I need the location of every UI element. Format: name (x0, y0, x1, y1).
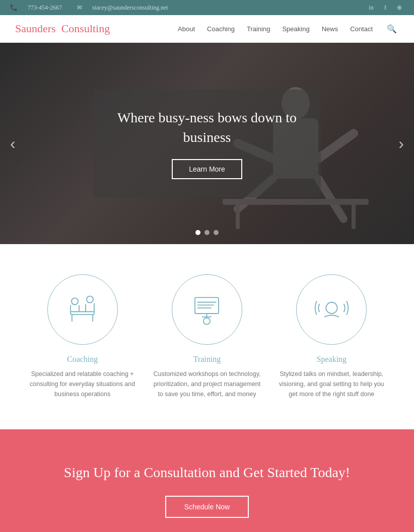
speaking-title: Speaking (276, 355, 387, 364)
speaking-desc: Stylized talks on mindset, leadership, v… (276, 369, 387, 399)
search-button[interactable]: 🔍 (385, 24, 399, 34)
training-title: Training (152, 355, 262, 364)
hero-prev-button[interactable]: ‹ (5, 129, 21, 158)
schedule-button[interactable]: Schedule Now (165, 496, 249, 518)
service-training: Training Customized workshops on technol… (152, 274, 262, 399)
dot-1[interactable] (195, 230, 200, 235)
facebook-icon[interactable]: f (381, 3, 390, 12)
services-section: Coaching Specialized and relatable coach… (0, 244, 414, 429)
nav-about[interactable]: About (178, 25, 195, 33)
social-links: in f ⊕ (367, 3, 404, 12)
header: Saunders Consulting About Coaching Train… (0, 15, 414, 43)
top-bar: 📞 773-454-2667 ✉ stacey@saundersconsulti… (0, 0, 414, 15)
coaching-desc: Specialized and relatable coaching + con… (27, 369, 138, 399)
phone-number: 773-454-2667 (28, 4, 62, 12)
logo-highlight: Consulting (61, 22, 110, 35)
svg-rect-11 (71, 312, 94, 315)
hero-section: Where busy-ness bows down to business Le… (0, 43, 414, 244)
email-icon: ✉ (77, 4, 82, 12)
logo[interactable]: Saunders Consulting (15, 22, 178, 35)
service-coaching: Coaching Specialized and relatable coach… (27, 274, 138, 399)
coaching-title: Coaching (27, 355, 138, 364)
svg-point-10 (87, 296, 93, 302)
hero-heading: Where busy-ness bows down to business (117, 108, 297, 147)
svg-point-9 (72, 298, 78, 305)
nav-coaching[interactable]: Coaching (207, 25, 235, 33)
hero-content: Where busy-ness bows down to business Le… (93, 90, 321, 197)
training-icon-circle (172, 274, 242, 345)
instagram-icon[interactable]: ⊕ (395, 3, 404, 12)
nav-news[interactable]: News (322, 25, 338, 33)
service-speaking: Speaking Stylized talks on mindset, lead… (276, 274, 387, 399)
nav-contact[interactable]: Contact (350, 25, 373, 33)
hero-cta-button[interactable]: Learn More (172, 159, 242, 179)
nav-training[interactable]: Training (247, 25, 270, 33)
dot-3[interactable] (214, 230, 219, 235)
nav-speaking[interactable]: Speaking (282, 25, 309, 33)
svg-point-24 (203, 318, 210, 324)
hero-dots (195, 230, 219, 235)
svg-rect-6 (223, 199, 369, 205)
coaching-icon (63, 291, 101, 329)
training-icon (188, 291, 226, 329)
phone-icon: 📞 (10, 4, 18, 12)
coaching-icon-circle (47, 274, 118, 345)
email-link[interactable]: stacey@saundersconsulting.net (92, 4, 168, 12)
logo-text: Saunders (15, 22, 56, 35)
main-nav: About Coaching Training Speaking News Co… (178, 24, 399, 34)
training-desc: Customized workshops on technology, prio… (152, 369, 262, 399)
speaking-icon-circle (296, 274, 367, 345)
cta-heading: Sign Up for a Consultation and Get Start… (20, 465, 394, 481)
cta-section: Sign Up for a Consultation and Get Start… (0, 429, 414, 532)
svg-line-3 (318, 133, 354, 159)
hero-next-button[interactable]: › (393, 129, 409, 158)
speaking-icon (313, 291, 351, 329)
svg-point-25 (326, 302, 337, 314)
linkedin-icon[interactable]: in (367, 3, 376, 12)
dot-2[interactable] (204, 230, 210, 235)
